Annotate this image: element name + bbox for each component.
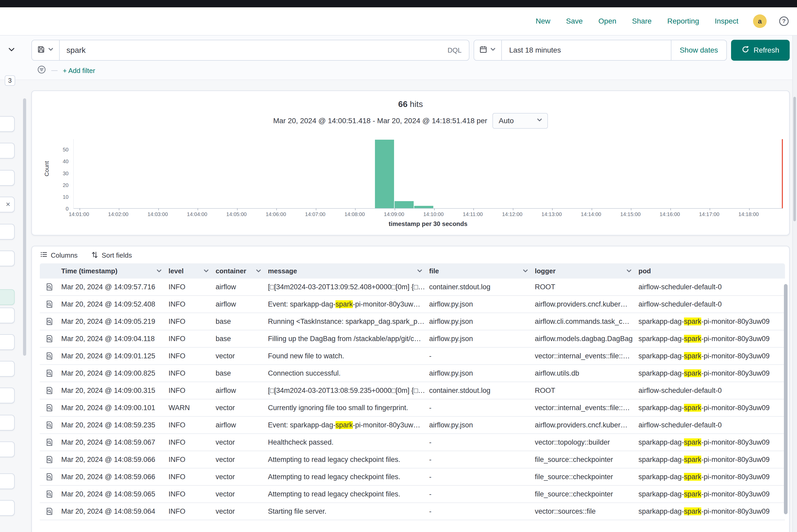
user-avatar[interactable]: a bbox=[753, 14, 767, 28]
inspect-document-button[interactable] bbox=[44, 317, 54, 326]
inspect-document-button[interactable] bbox=[44, 403, 54, 413]
inspect-document-button[interactable] bbox=[44, 455, 54, 464]
chevron-down-icon bbox=[48, 46, 54, 54]
refresh-button[interactable]: Refresh bbox=[731, 40, 790, 61]
inspect-document-button[interactable] bbox=[44, 351, 54, 361]
nav-share[interactable]: Share bbox=[632, 17, 652, 25]
x-axis-tick-label: 14:10:00 bbox=[423, 211, 444, 217]
selected-fields-badge[interactable]: 3 bbox=[5, 75, 15, 86]
x-axis-tick-label: 14:17:00 bbox=[699, 211, 719, 217]
column-header-container[interactable]: container bbox=[214, 267, 266, 275]
saved-queries-button[interactable] bbox=[32, 40, 60, 60]
field-item-peek[interactable] bbox=[0, 143, 15, 158]
y-axis-tick-label: 0 bbox=[66, 206, 69, 211]
inspect-document-button[interactable] bbox=[44, 420, 54, 430]
inspect-document-button[interactable] bbox=[44, 282, 54, 292]
column-header-pod[interactable]: pod bbox=[636, 267, 785, 275]
table-scrollbar[interactable] bbox=[784, 284, 787, 514]
column-header-file[interactable]: file bbox=[427, 267, 533, 275]
nav-save[interactable]: Save bbox=[566, 17, 583, 25]
column-header-logger[interactable]: logger bbox=[533, 267, 636, 275]
field-item-peek[interactable] bbox=[0, 387, 15, 403]
interval-select[interactable]: Auto bbox=[493, 113, 548, 129]
histogram-panel: 66 hits Mar 20, 2024 @ 14:00:51.418 - Ma… bbox=[32, 91, 790, 235]
field-item-peek[interactable] bbox=[0, 308, 15, 323]
field-item-peek[interactable] bbox=[0, 361, 15, 377]
inspect-document-icon bbox=[45, 300, 53, 308]
cell-time: Mar 20, 2024 @ 14:09:05.219 bbox=[59, 318, 166, 326]
cell-message: Event: sparkapp-dag-spark-pi-monitor-80y… bbox=[266, 300, 427, 308]
search-highlight: spark bbox=[684, 473, 701, 481]
field-item-peek[interactable] bbox=[0, 116, 15, 132]
cell-time: Mar 20, 2024 @ 14:08:59.067 bbox=[59, 438, 166, 446]
nav-open[interactable]: Open bbox=[598, 17, 616, 25]
collapse-sidebar-button[interactable] bbox=[6, 44, 17, 55]
time-range-label[interactable]: Last 18 minutes bbox=[502, 40, 671, 60]
cell-file: container.stdout.log bbox=[427, 386, 533, 395]
search-highlight: spark bbox=[684, 490, 701, 498]
histogram-plot[interactable] bbox=[73, 139, 783, 209]
column-header-message[interactable]: message bbox=[266, 267, 427, 275]
cell-level: WARN bbox=[166, 404, 214, 412]
histogram-bar[interactable] bbox=[394, 201, 414, 208]
inspect-document-icon bbox=[45, 421, 53, 429]
show-dates-button[interactable]: Show dates bbox=[671, 40, 726, 60]
inspect-document-button[interactable] bbox=[44, 437, 54, 447]
cell-file: - bbox=[427, 438, 533, 446]
table-row: Mar 20, 2024 @ 14:09:01.125INFOvectorFou… bbox=[40, 348, 785, 365]
cell-pod: sparkapp-dag-spark-pi-monitor-80y3uw09 bbox=[636, 318, 785, 326]
x-axis-tick-label: 14:11:00 bbox=[463, 211, 483, 217]
field-item-peek[interactable] bbox=[0, 500, 15, 516]
date-picker: Last 18 minutes Show dates bbox=[474, 40, 727, 61]
search-row: DQL Last 18 minutes Show dates Refresh bbox=[0, 36, 797, 64]
chevron-down-icon bbox=[416, 268, 423, 274]
nav-reporting[interactable]: Reporting bbox=[667, 17, 699, 25]
filter-icon[interactable] bbox=[37, 65, 46, 76]
field-item-peek[interactable]: ✕ bbox=[0, 197, 15, 212]
nav-new[interactable]: New bbox=[536, 17, 550, 25]
field-item-peek[interactable] bbox=[0, 170, 15, 186]
sort-arrows-icon bbox=[91, 251, 98, 260]
column-header-level[interactable]: level bbox=[166, 267, 214, 275]
inspect-document-button[interactable] bbox=[44, 368, 54, 378]
date-picker-button[interactable] bbox=[474, 40, 502, 60]
cell-message: Currently ignoring file too small to fin… bbox=[266, 404, 427, 412]
histogram-bar[interactable] bbox=[375, 140, 394, 208]
cell-logger: vector::sources::file bbox=[533, 508, 636, 515]
field-item-peek[interactable] bbox=[0, 289, 15, 305]
sort-fields-button[interactable]: Sort fields bbox=[91, 251, 132, 260]
inspect-document-button[interactable] bbox=[44, 472, 54, 482]
page-scrollbar-thumb[interactable] bbox=[793, 97, 796, 221]
cell-container: vector bbox=[214, 490, 266, 498]
inspect-document-button[interactable] bbox=[44, 334, 54, 344]
nav-inspect[interactable]: Inspect bbox=[715, 17, 738, 25]
cell-file: airflow.py.json bbox=[427, 318, 533, 326]
field-item-peek[interactable] bbox=[0, 251, 15, 266]
inspect-document-button[interactable] bbox=[44, 489, 54, 499]
cell-level: INFO bbox=[166, 300, 214, 308]
column-header-time-timestamp[interactable]: Time (timestamp) bbox=[59, 267, 166, 275]
field-item-peek[interactable] bbox=[0, 334, 15, 350]
help-icon[interactable]: ? bbox=[779, 17, 789, 26]
cell-file: airflow.py.json bbox=[427, 300, 533, 308]
field-item-peek[interactable] bbox=[0, 415, 15, 431]
field-item-peek[interactable] bbox=[0, 473, 15, 489]
chevron-down-icon bbox=[156, 268, 162, 274]
inspect-document-icon bbox=[45, 438, 53, 446]
columns-button[interactable]: Columns bbox=[40, 251, 78, 260]
field-item-peek[interactable] bbox=[0, 441, 15, 457]
cell-time: Mar 20, 2024 @ 14:09:52.408 bbox=[59, 300, 166, 308]
inspect-document-button[interactable] bbox=[44, 385, 54, 396]
inspect-document-button[interactable] bbox=[44, 299, 54, 309]
sidebar-scrollbar[interactable] bbox=[23, 98, 26, 356]
search-input[interactable] bbox=[60, 40, 440, 60]
close-icon[interactable]: ✕ bbox=[6, 201, 11, 208]
inspect-document-button[interactable] bbox=[44, 506, 54, 516]
cell-logger: ROOT bbox=[533, 283, 636, 291]
field-item-peek[interactable] bbox=[0, 224, 15, 240]
add-filter-button[interactable]: + Add filter bbox=[63, 67, 95, 75]
histogram-bar[interactable] bbox=[414, 206, 433, 208]
cell-file: airflow.py.json bbox=[427, 421, 533, 429]
query-language-button[interactable]: DQL bbox=[440, 40, 469, 60]
cell-time: Mar 20, 2024 @ 14:09:00.315 bbox=[59, 386, 166, 395]
